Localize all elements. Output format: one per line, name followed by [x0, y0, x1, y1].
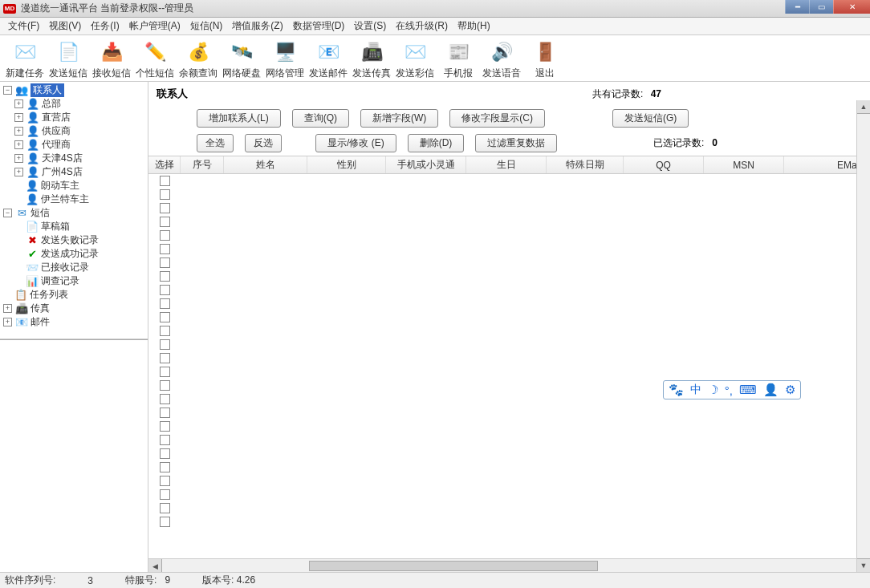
- menu-item-8[interactable]: 在线升级(R): [391, 18, 453, 34]
- row-checkbox[interactable]: [160, 339, 170, 350]
- tree-item-代理商[interactable]: +👤代理商: [0, 138, 148, 152]
- row-checkbox[interactable]: [160, 380, 170, 391]
- tree-item-邮件[interactable]: +📧邮件: [0, 315, 148, 329]
- minimize-button[interactable]: ━: [785, 0, 809, 14]
- menu-item-0[interactable]: 文件(F): [3, 18, 44, 34]
- table-row[interactable]: [148, 188, 870, 201]
- toolbar-手机报[interactable]: 📰手机报: [437, 39, 480, 80]
- table-row[interactable]: [148, 256, 870, 270]
- settings-icon[interactable]: ⚙: [785, 383, 795, 397]
- row-checkbox[interactable]: [160, 503, 170, 513]
- row-checkbox[interactable]: [160, 298, 170, 309]
- toolbar-接收短信[interactable]: 📥接收短信: [90, 39, 133, 80]
- toolbar-发送语音[interactable]: 🔊发送语音: [480, 39, 523, 80]
- btn-增加联系人(L)[interactable]: 增加联系人(L): [197, 109, 281, 128]
- toolbar-余额查询[interactable]: 💰余额查询: [177, 39, 220, 80]
- tree-item-发送成功记录[interactable]: ✔发送成功记录: [0, 247, 148, 261]
- col-msn[interactable]: MSN: [704, 156, 784, 173]
- table-row[interactable]: [148, 174, 870, 188]
- expand-icon[interactable]: +: [14, 140, 23, 149]
- table-row[interactable]: [148, 460, 870, 474]
- scroll-up-icon[interactable]: ▲: [857, 100, 870, 114]
- btn-删除(D)[interactable]: 删除(D): [408, 134, 465, 152]
- row-checkbox[interactable]: [160, 230, 170, 241]
- tree-item-短信[interactable]: −✉短信: [0, 206, 148, 220]
- toolbar-新建任务[interactable]: ✉️新建任务: [3, 39, 47, 80]
- table-row[interactable]: [148, 310, 870, 324]
- col-number[interactable]: 序号: [181, 156, 224, 173]
- expand-icon[interactable]: +: [3, 318, 12, 326]
- row-checkbox[interactable]: [160, 448, 170, 459]
- expand-icon[interactable]: +: [14, 113, 23, 122]
- expand-icon[interactable]: +: [14, 127, 23, 136]
- send-sms-button[interactable]: 发送短信(G): [612, 109, 689, 128]
- horizontal-scrollbar[interactable]: ◀ ▶: [148, 558, 870, 572]
- table-row[interactable]: [148, 201, 870, 215]
- row-checkbox[interactable]: [160, 353, 170, 363]
- menu-item-3[interactable]: 帐户管理(A): [124, 18, 185, 34]
- toolbar-发送邮件[interactable]: 📧发送邮件: [307, 39, 350, 80]
- col-phone[interactable]: 手机或小灵通: [386, 156, 466, 173]
- btn-显示/修改 (E)[interactable]: 显示/修改 (E): [315, 134, 396, 152]
- tree-item-直营店[interactable]: +👤直营店: [0, 111, 148, 124]
- table-row[interactable]: [148, 447, 870, 460]
- expand-icon[interactable]: +: [14, 168, 23, 176]
- ime-lang-indicator[interactable]: 中: [690, 383, 701, 397]
- tree-item-天津4S店[interactable]: +👤天津4S店: [0, 152, 148, 165]
- row-checkbox[interactable]: [160, 176, 170, 186]
- tree-item-传真[interactable]: +📠传真: [0, 302, 148, 315]
- tree-item-草稿箱[interactable]: 📄草稿箱: [0, 220, 148, 233]
- scroll-down-icon[interactable]: ▼: [857, 558, 870, 572]
- row-checkbox[interactable]: [160, 435, 170, 445]
- table-row[interactable]: [148, 515, 870, 529]
- table-row[interactable]: [148, 324, 870, 338]
- toolbar-发送短信[interactable]: 📄发送短信: [47, 39, 90, 80]
- menu-item-4[interactable]: 短信(N): [185, 18, 228, 34]
- row-checkbox[interactable]: [160, 489, 170, 500]
- row-checkbox[interactable]: [160, 217, 170, 227]
- col-birthday[interactable]: 生日: [466, 156, 547, 173]
- table-row[interactable]: [148, 406, 870, 420]
- expand-icon[interactable]: −: [3, 209, 12, 217]
- grid-body[interactable]: [148, 174, 870, 558]
- table-row[interactable]: [148, 270, 870, 283]
- tree-item-发送失败记录[interactable]: ✖发送失败记录: [0, 233, 148, 247]
- table-row[interactable]: [148, 501, 870, 515]
- scroll-thumb[interactable]: [309, 561, 598, 571]
- menu-item-2[interactable]: 任务(I): [86, 18, 124, 34]
- close-button[interactable]: ✕: [833, 0, 870, 14]
- tree-item-调查记录[interactable]: 📊调查记录: [0, 274, 148, 288]
- table-row[interactable]: [148, 283, 870, 297]
- toolbar-发送传真[interactable]: 📠发送传真: [350, 39, 393, 80]
- moon-icon[interactable]: ☽: [708, 383, 718, 397]
- row-checkbox[interactable]: [160, 476, 170, 486]
- col-select[interactable]: 选择: [148, 156, 181, 173]
- row-checkbox[interactable]: [160, 326, 170, 336]
- tree-item-联系人[interactable]: −👥联系人: [0, 83, 148, 97]
- expand-icon[interactable]: +: [3, 304, 12, 313]
- btn-全选[interactable]: 全选: [197, 134, 234, 152]
- toolbar-个性短信[interactable]: ✏️个性短信: [133, 39, 177, 80]
- keyboard-icon[interactable]: ⌨: [739, 383, 757, 397]
- expand-icon[interactable]: +: [14, 99, 23, 108]
- toolbar-退出[interactable]: 🚪退出: [523, 39, 567, 80]
- menu-item-9[interactable]: 帮助(H): [453, 18, 495, 34]
- col-qq[interactable]: QQ: [624, 156, 704, 173]
- scroll-left-icon[interactable]: ◀: [148, 559, 162, 572]
- row-checkbox[interactable]: [160, 285, 170, 295]
- btn-反选[interactable]: 反选: [245, 134, 282, 152]
- col-special-date[interactable]: 特殊日期: [547, 156, 624, 173]
- toolbar-网络硬盘[interactable]: 🛰️网络硬盘: [220, 39, 263, 80]
- table-row[interactable]: [148, 433, 870, 447]
- tree-item-伊兰特车主[interactable]: 👤伊兰特车主: [0, 193, 148, 206]
- toolbar-网络管理[interactable]: 🖥️网络管理: [263, 39, 307, 80]
- menu-item-5[interactable]: 增值服务(Z): [227, 18, 287, 34]
- expand-icon[interactable]: +: [14, 154, 23, 163]
- vertical-scrollbar[interactable]: ▲ ▼: [856, 100, 870, 572]
- tree-item-总部[interactable]: +👤总部: [0, 97, 148, 111]
- table-row[interactable]: [148, 242, 870, 256]
- toolbar-发送彩信[interactable]: ✉️发送彩信: [393, 39, 437, 80]
- row-checkbox[interactable]: [160, 312, 170, 322]
- expand-icon[interactable]: −: [3, 86, 12, 95]
- table-row[interactable]: [148, 365, 870, 379]
